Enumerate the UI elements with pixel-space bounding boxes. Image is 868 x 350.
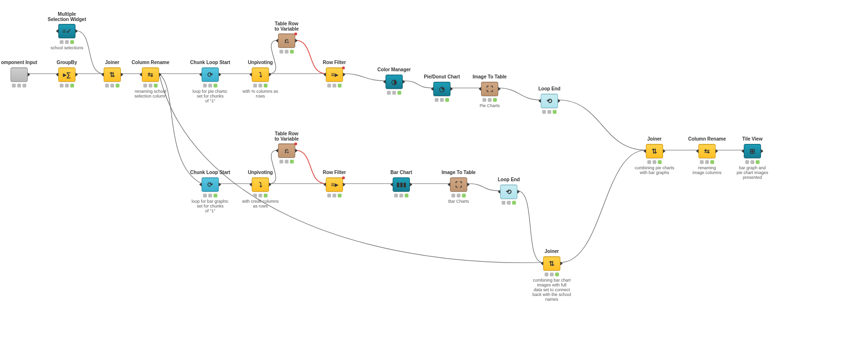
- node-status-lights: [59, 84, 75, 88]
- node-joiner2[interactable]: Joiner⇅combining pie charts with bar gra…: [628, 136, 681, 175]
- node-icon[interactable]: ⎌: [278, 143, 295, 158]
- node-description: Bar Charts: [432, 199, 485, 204]
- node-title: Row Filter: [308, 60, 361, 66]
- node-status-lights: [482, 98, 498, 102]
- node-comp_in[interactable]: omponent Input: [0, 60, 45, 88]
- node-title: Chunk Loop Start: [184, 170, 236, 175]
- node-description: combining pie charts with bar graphs: [628, 166, 681, 175]
- node-icon[interactable]: ⟳: [202, 177, 219, 192]
- node-title: omponent Input: [0, 60, 45, 66]
- node-status-lights: [252, 84, 268, 88]
- node-icon[interactable]: ≡✓: [58, 24, 75, 38]
- node-colren1[interactable]: Column Rename⇆renaming school selection …: [124, 60, 177, 99]
- node-glyph: ≡▸: [331, 181, 338, 188]
- node-tileview[interactable]: Tile View⊞bar graph and pie chart images…: [726, 136, 779, 180]
- node-glyph: ⛶: [486, 86, 493, 92]
- node-icon[interactable]: ⊞: [744, 144, 761, 158]
- node-unpivot1[interactable]: Unpivoting⤵with % columns as rows: [234, 60, 287, 99]
- node-description: Pie Charts: [463, 104, 516, 109]
- node-title: Joiner: [525, 249, 578, 254]
- node-status-lights: [450, 194, 467, 197]
- node-rowf2[interactable]: Row Filter≡▸: [308, 170, 361, 197]
- node-unpivot2[interactable]: Unpivoting⤵with credit columns as rows: [234, 170, 287, 209]
- node-icon[interactable]: ⇅: [646, 144, 663, 158]
- node-title: Column Rename: [681, 136, 733, 142]
- node-title: GroupBy: [41, 60, 93, 66]
- node-chunk1[interactable]: Chunk Loop Start⟳loop for pie charts: se…: [184, 60, 236, 104]
- node-glyph: ⟳: [207, 71, 213, 78]
- node-icon[interactable]: ≡▸: [326, 67, 343, 82]
- node-glyph: ⊞: [750, 148, 755, 154]
- node-icon[interactable]: ⤵: [252, 177, 269, 192]
- node-status-lights: [541, 110, 557, 114]
- node-title: Multiple Selection Widget: [41, 11, 93, 22]
- node-glyph: ⟳: [207, 181, 213, 188]
- node-glyph: ⛶: [455, 181, 462, 188]
- node-status-lights: [434, 98, 450, 102]
- node-img2t1[interactable]: Image To Table⛶Pie Charts: [463, 74, 516, 109]
- node-status-lights: [11, 84, 27, 88]
- node-icon[interactable]: ⤵: [252, 67, 269, 82]
- node-colormgr[interactable]: Color Manager◑: [368, 67, 420, 95]
- node-description: combining bar chart images with full dat…: [525, 278, 578, 302]
- node-glyph: ⇅: [549, 260, 555, 267]
- node-status-lights: [279, 50, 295, 54]
- node-glyph: ⇅: [109, 71, 115, 78]
- node-glyph: ⇆: [148, 71, 153, 78]
- node-title: Unpivoting: [234, 170, 287, 175]
- node-glyph: ▮▮▮: [396, 182, 407, 187]
- node-glyph: ⇅: [652, 148, 657, 154]
- node-multi_sel[interactable]: Multiple Selection Widget≡✓school select…: [41, 11, 93, 51]
- node-colren2[interactable]: Column Rename⇆renaming image columns: [681, 136, 733, 175]
- node-joiner3[interactable]: Joiner⇅combining bar chart images with f…: [525, 249, 578, 302]
- node-status-lights: [646, 160, 663, 164]
- node-status-lights: [544, 273, 560, 276]
- node-glyph: ≡▸: [331, 71, 338, 78]
- node-chunk2[interactable]: Chunk Loop Start⟳loop for bar graphs: se…: [184, 170, 236, 214]
- node-title: Loop End: [482, 177, 535, 183]
- node-icon[interactable]: ▸∑: [58, 67, 75, 82]
- workflow-canvas[interactable]: omponent InputGroupBy▸∑Multiple Selectio…: [0, 0, 868, 350]
- node-title: Table Row to Variable: [260, 131, 313, 142]
- node-status-lights: [393, 194, 409, 197]
- node-icon[interactable]: ⛶: [481, 82, 498, 96]
- node-loopend1[interactable]: Loop End⟲: [523, 86, 576, 114]
- node-icon[interactable]: ⇅: [104, 67, 121, 82]
- node-status-lights: [501, 201, 517, 205]
- node-title: Loop End: [523, 86, 576, 92]
- node-status-lights: [744, 160, 761, 164]
- node-pie[interactable]: Pie/Donut Chart◔: [416, 74, 468, 102]
- node-status-lights: [202, 194, 218, 197]
- node-icon[interactable]: ⟲: [541, 94, 558, 108]
- node-glyph: ⇆: [704, 148, 710, 154]
- node-groupby[interactable]: GroupBy▸∑: [41, 60, 93, 88]
- node-description: loop for bar graphs: set for chunks of "…: [184, 199, 236, 214]
- node-icon[interactable]: ◑: [386, 75, 403, 89]
- node-icon[interactable]: ⇆: [698, 144, 716, 158]
- node-icon[interactable]: ⟲: [500, 185, 517, 199]
- node-title: Joiner: [628, 136, 681, 142]
- node-icon[interactable]: ⛶: [450, 177, 467, 192]
- node-title: Pie/Donut Chart: [416, 74, 468, 80]
- node-icon[interactable]: ⟳: [202, 67, 219, 82]
- node-icon[interactable]: ◔: [433, 82, 450, 96]
- node-title: Color Manager: [368, 67, 420, 73]
- node-status-lights: [104, 84, 120, 88]
- node-status-lights: [142, 84, 159, 88]
- node-glyph: ◑: [391, 78, 397, 85]
- node-glyph: ⎌: [285, 37, 289, 44]
- node-rowf1[interactable]: Row Filter≡▸: [308, 60, 361, 88]
- node-glyph: ◔: [439, 86, 445, 92]
- node-trv2[interactable]: Table Row to Variable⎌: [260, 131, 313, 164]
- node-icon[interactable]: ▮▮▮: [393, 177, 410, 192]
- node-icon[interactable]: [11, 67, 28, 82]
- node-icon[interactable]: ≡▸: [326, 177, 343, 192]
- node-trv1[interactable]: Table Row to Variable⎌: [260, 21, 313, 54]
- node-img2t2[interactable]: Image To Table⛶Bar Charts: [432, 170, 485, 204]
- node-loopend2[interactable]: Loop End⟲: [482, 177, 535, 205]
- node-glyph: ⤵: [259, 71, 262, 78]
- node-icon[interactable]: ⎌: [278, 33, 295, 48]
- node-icon[interactable]: ⇆: [142, 67, 159, 82]
- node-barchart[interactable]: Bar Chart▮▮▮: [375, 170, 428, 197]
- node-icon[interactable]: ⇅: [543, 256, 560, 271]
